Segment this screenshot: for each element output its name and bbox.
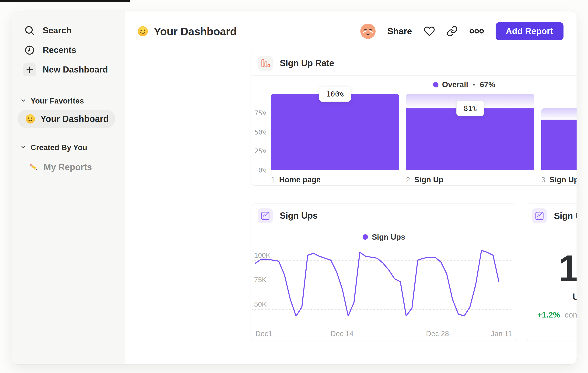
y-axis-tick: 25% <box>254 147 266 155</box>
smiley-emoji-icon <box>137 26 148 37</box>
sidebar-section-your-favorites[interactable]: Your Favorites <box>11 94 125 108</box>
line-x-axis: Dec1Dec 14Dec 28Jan 11 <box>252 326 512 340</box>
user-avatar[interactable] <box>360 24 376 39</box>
dashboard-header: Your Dashboard Share <box>125 11 577 51</box>
card-header: Sign Ups <box>251 204 517 228</box>
sidebar-item-my-reports[interactable]: My Reports <box>11 158 125 176</box>
kpi-delta: +1.2% <box>537 310 560 319</box>
sign-ups-card: Sign Ups Sign Ups 100K75K50K Dec1Dec 14D… <box>251 203 517 341</box>
page-title: Your Dashboard <box>137 25 237 38</box>
funnel-plot-area: 75%50%25%0% 100%81%82% <box>251 94 577 170</box>
funnel-x-axis: 1Home page2Sign Up3Sign Up Confirmation <box>251 175 577 184</box>
bar-chart-icon <box>258 56 273 71</box>
bar-unconverted-gradient <box>541 108 577 120</box>
background-window-edge <box>0 0 130 2</box>
plus-icon <box>23 63 36 76</box>
funnel-step-label: 1Home page <box>271 175 399 184</box>
bar-value-tooltip: 81% <box>456 101 484 116</box>
sidebar-item-label: New Dashboard <box>43 65 108 75</box>
clock-icon <box>23 44 36 57</box>
kpi-delta-note: compared to previous period <box>564 310 577 319</box>
sidebar-item-search[interactable]: Search <box>11 21 125 40</box>
sidebar: Search Recents New Dashboard Your Favori… <box>11 11 125 364</box>
bar-converted-fill <box>541 120 577 170</box>
y-axis-tick: 50% <box>254 128 266 136</box>
chevron-down-icon <box>20 143 26 152</box>
kpi-content: 100K Unique Users +1.2% compared to prev… <box>525 250 577 319</box>
sidebar-item-recents[interactable]: Recents <box>11 40 125 60</box>
y-axis-tick: 75% <box>254 109 266 117</box>
funnel-step-label: 3Sign Up Confirmation <box>541 175 577 184</box>
sidebar-section-label: Created By You <box>31 143 87 152</box>
main-content: Your Dashboard Share <box>125 11 577 364</box>
link-icon[interactable] <box>447 26 458 37</box>
line-chart-icon <box>258 208 273 223</box>
kpi-delta-row: +1.2% compared to previous period <box>525 310 577 319</box>
bar-converted-fill <box>271 94 399 170</box>
funnel-legend[interactable]: Overall • 67% <box>251 76 577 94</box>
sidebar-item-your-dashboard[interactable]: Your Dashboard <box>18 110 115 128</box>
pencil-emoji-icon <box>29 162 39 172</box>
search-icon <box>23 24 36 37</box>
line-plot-area[interactable]: 100K75K50K <box>252 246 512 326</box>
add-report-button[interactable]: Add Report <box>496 22 564 40</box>
funnel-y-axis: 75%50%25%0% <box>251 94 271 170</box>
card-header: Sign Ups Today <box>525 204 577 228</box>
card-title: Sign Ups Today <box>554 211 577 221</box>
legend-dot <box>433 82 438 87</box>
ellipsis-icon[interactable] <box>470 28 484 34</box>
app-window: Search Recents New Dashboard Your Favori… <box>11 11 577 365</box>
kpi-value: 100K <box>525 250 577 287</box>
sidebar-item-label: Search <box>43 26 71 35</box>
bar-converted-fill <box>406 108 534 170</box>
sidebar-section-created-by-you[interactable]: Created By You <box>11 141 125 154</box>
x-axis-tick: Dec 14 <box>331 330 354 338</box>
sign-up-rate-card: Sign Up Rate Overall • 67% 75%50%25%0% 1… <box>251 51 577 186</box>
x-axis-tick: Dec1 <box>255 330 272 338</box>
legend-separator: • <box>473 81 475 88</box>
line-chart-icon <box>532 208 547 223</box>
sidebar-item-label: My Reports <box>44 162 92 172</box>
smiley-emoji-icon <box>25 114 35 124</box>
card-title: Sign Ups <box>280 211 318 221</box>
heart-icon[interactable] <box>424 26 435 37</box>
card-title: Sign Up Rate <box>280 58 334 68</box>
legend-value: 67% <box>480 80 495 89</box>
header-actions: Share Add Report <box>360 22 564 40</box>
screen: Search Recents New Dashboard Your Favori… <box>0 0 588 373</box>
bar-value-tooltip: 100% <box>319 86 351 102</box>
line-legend[interactable]: Sign Ups <box>251 228 517 246</box>
sidebar-item-label: Your Dashboard <box>40 114 109 124</box>
legend-series-label: Overall <box>442 80 468 89</box>
sidebar-item-label: Recents <box>43 45 76 55</box>
legend-dot <box>363 234 368 240</box>
share-button[interactable]: Share <box>387 26 412 36</box>
sidebar-section-label: Your Favorites <box>31 97 84 105</box>
x-axis-tick: Jan 11 <box>491 330 512 338</box>
funnel-bar-step-1[interactable]: 100% <box>271 94 399 170</box>
x-axis-tick: Dec 28 <box>426 330 449 338</box>
sign-ups-line-series <box>252 246 512 326</box>
funnel-bar-step-2[interactable]: 81% <box>406 94 534 170</box>
sign-ups-today-card: Sign Ups Today 100K Unique Users +1.2% c… <box>525 203 577 341</box>
card-header: Sign Up Rate <box>251 51 577 76</box>
kpi-label: Unique Users <box>525 292 577 302</box>
funnel-bar-step-3[interactable]: 82% <box>541 94 577 170</box>
chevron-down-icon <box>20 97 26 105</box>
y-axis-tick: 0% <box>258 166 266 174</box>
sidebar-item-new-dashboard[interactable]: New Dashboard <box>11 60 125 80</box>
funnel-bars: 100%81%82% <box>271 94 577 170</box>
legend-series-label: Sign Ups <box>372 233 405 242</box>
funnel-step-label: 2Sign Up <box>406 175 534 184</box>
